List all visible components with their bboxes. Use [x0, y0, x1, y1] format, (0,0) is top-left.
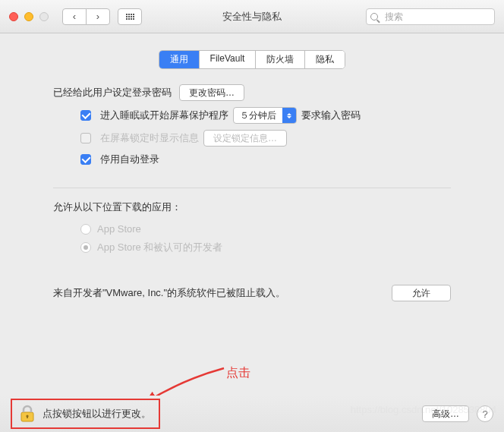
tabs: 通用 FileVault 防火墙 隐私 — [159, 50, 346, 69]
password-set-label: 已经给此用户设定登录密码 — [53, 86, 172, 99]
lock-region[interactable]: 点按锁按钮以进行更改。 — [11, 399, 160, 429]
require-password-label: 进入睡眠或开始屏幕保护程序 — [100, 109, 228, 122]
show-all-button[interactable] — [118, 8, 142, 25]
tab-row: 通用 FileVault 防火墙 隐私 — [0, 50, 504, 69]
lock-message-label: 在屏幕锁定时显示信息 — [100, 131, 199, 145]
require-password-row: 进入睡眠或开始屏幕保护程序 ５分钟后 要求输入密码 — [53, 107, 451, 124]
separator — [53, 188, 451, 188]
chevron-left-icon: ‹ — [73, 11, 76, 22]
grid-icon — [126, 14, 134, 20]
bottom-right: 高级… ? — [422, 405, 493, 422]
require-password-delay-select[interactable]: ５分钟后 — [233, 107, 297, 124]
require-password-checkbox[interactable] — [80, 110, 91, 121]
radio-appstore-label: App Store — [97, 223, 141, 235]
select-value: ５分钟后 — [234, 109, 282, 122]
download-options: App Store App Store 和被认可的开发者 — [53, 223, 451, 254]
zoom-window-button[interactable] — [39, 12, 49, 21]
forward-button[interactable]: › — [86, 8, 110, 25]
blocked-software-text: 来自开发者"VMware, Inc."的系统软件已被阻止载入。 — [53, 286, 285, 300]
tab-privacy[interactable]: 隐私 — [305, 51, 345, 68]
require-password-suffix: 要求输入密码 — [301, 109, 361, 122]
back-button[interactable]: ‹ — [62, 8, 87, 25]
annotation-label: 点击 — [226, 365, 250, 381]
radio-devs-row: App Store 和被认可的开发者 — [80, 241, 451, 254]
disable-autologin-row: 停用自动登录 — [53, 153, 451, 166]
password-set-row: 已经给此用户设定登录密码 更改密码… — [53, 84, 451, 101]
blocked-software-row: 来自开发者"VMware, Inc."的系统软件已被阻止载入。 允许 — [53, 285, 451, 301]
radio-appstore[interactable] — [80, 224, 91, 235]
lock-message-checkbox[interactable] — [80, 133, 91, 143]
window-title: 安全性与隐私 — [222, 10, 282, 24]
disable-autologin-label: 停用自动登录 — [100, 153, 159, 166]
search-input[interactable] — [366, 8, 495, 25]
help-button[interactable]: ? — [477, 405, 493, 422]
tab-filevault[interactable]: FileVault — [200, 51, 257, 68]
lock-icon — [20, 405, 35, 423]
chevron-right-icon: › — [96, 11, 99, 22]
bottom-bar: 点按锁按钮以进行更改。 高级… ? — [0, 396, 504, 432]
search-icon — [370, 13, 378, 20]
close-window-button[interactable] — [9, 12, 18, 21]
disable-autologin-checkbox[interactable] — [80, 154, 91, 165]
traffic-lights — [9, 12, 49, 21]
tab-firewall[interactable]: 防火墙 — [256, 51, 305, 68]
minimize-window-button[interactable] — [24, 12, 33, 21]
radio-devs-label: App Store 和被认可的开发者 — [97, 241, 222, 254]
radio-appstore-row: App Store — [80, 223, 451, 235]
titlebar: ‹ › 安全性与隐私 — [0, 0, 504, 33]
chevron-updown-icon — [282, 108, 296, 123]
radio-identified-developers[interactable] — [80, 242, 91, 253]
tab-general[interactable]: 通用 — [159, 51, 200, 68]
content: 已经给此用户设定登录密码 更改密码… 进入睡眠或开始屏幕保护程序 ５分钟后 要求… — [0, 69, 504, 301]
advanced-button[interactable]: 高级… — [422, 405, 469, 422]
lock-text: 点按锁按钮以进行更改。 — [43, 407, 151, 421]
download-heading: 允许从以下位置下载的应用： — [53, 200, 451, 214]
lock-message-row: 在屏幕锁定时显示信息 设定锁定信息… — [53, 130, 451, 147]
set-lock-message-button[interactable]: 设定锁定信息… — [203, 130, 287, 147]
change-password-button[interactable]: 更改密码… — [179, 84, 244, 101]
search-wrap — [366, 8, 495, 25]
nav-back-forward: ‹ › — [62, 8, 110, 25]
allow-button[interactable]: 允许 — [392, 285, 451, 301]
svg-rect-2 — [27, 416, 28, 418]
